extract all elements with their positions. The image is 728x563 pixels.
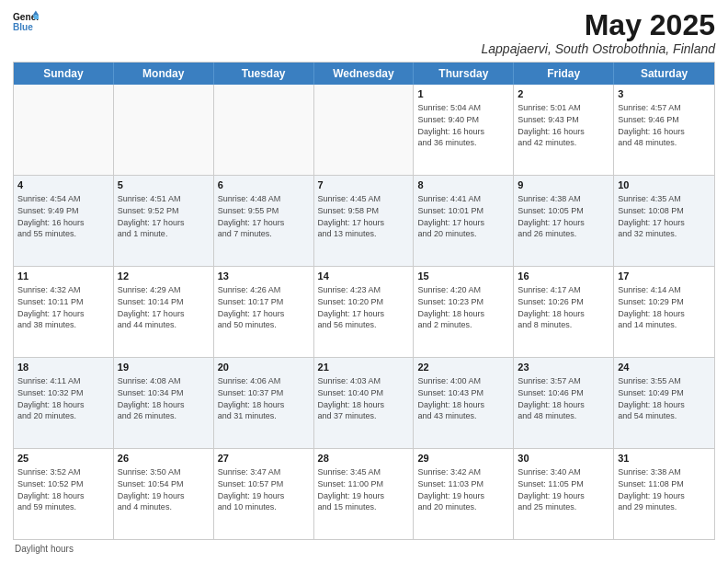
day-number: 12 <box>118 270 210 283</box>
day-cell-11: 11Sunrise: 4:32 AM Sunset: 10:11 PM Dayl… <box>14 267 114 357</box>
cell-info: Sunrise: 3:40 AM Sunset: 11:05 PM Daylig… <box>518 467 585 511</box>
month-year-title: May 2025 <box>482 9 716 41</box>
day-cell-22: 22Sunrise: 4:00 AM Sunset: 10:43 PM Dayl… <box>414 358 514 448</box>
empty-cell <box>214 85 314 175</box>
day-number: 24 <box>618 361 711 374</box>
day-cell-31: 31Sunrise: 3:38 AM Sunset: 11:08 PM Dayl… <box>614 449 714 539</box>
calendar-header-row: SundayMondayTuesdayWednesdayThursdayFrid… <box>14 63 714 85</box>
day-number: 11 <box>17 270 109 283</box>
cell-info: Sunrise: 4:26 AM Sunset: 10:17 PM Daylig… <box>218 285 285 329</box>
week-row-4: 18Sunrise: 4:11 AM Sunset: 10:32 PM Dayl… <box>14 358 714 449</box>
header: General Blue May 2025 Lappajaervi, South… <box>13 9 715 56</box>
weekday-header-wednesday: Wednesday <box>314 63 415 85</box>
day-number: 22 <box>417 361 509 374</box>
cell-info: Sunrise: 4:29 AM Sunset: 10:14 PM Daylig… <box>118 285 185 329</box>
day-number: 5 <box>118 178 210 192</box>
day-cell-29: 29Sunrise: 3:42 AM Sunset: 11:03 PM Dayl… <box>414 449 514 539</box>
cell-info: Sunrise: 4:54 AM Sunset: 9:49 PM Dayligh… <box>17 194 85 238</box>
day-number: 23 <box>518 361 609 374</box>
week-row-5: 25Sunrise: 3:52 AM Sunset: 10:52 PM Dayl… <box>14 449 714 539</box>
cell-info: Sunrise: 4:38 AM Sunset: 10:05 PM Daylig… <box>518 194 585 238</box>
day-number: 28 <box>318 452 410 465</box>
day-cell-8: 8Sunrise: 4:41 AM Sunset: 10:01 PM Dayli… <box>414 176 514 266</box>
day-cell-4: 4Sunrise: 4:54 AM Sunset: 9:49 PM Daylig… <box>14 176 114 266</box>
day-cell-23: 23Sunrise: 3:57 AM Sunset: 10:46 PM Dayl… <box>514 358 614 448</box>
day-cell-26: 26Sunrise: 3:50 AM Sunset: 10:54 PM Dayl… <box>114 449 214 539</box>
cell-info: Sunrise: 4:57 AM Sunset: 9:46 PM Dayligh… <box>618 103 685 147</box>
cell-info: Sunrise: 4:51 AM Sunset: 9:52 PM Dayligh… <box>118 194 185 238</box>
day-number: 16 <box>518 270 609 283</box>
day-number: 26 <box>118 452 210 465</box>
cell-info: Sunrise: 3:45 AM Sunset: 11:00 PM Daylig… <box>318 467 385 511</box>
day-number: 18 <box>17 361 109 374</box>
day-number: 19 <box>118 361 210 374</box>
day-cell-27: 27Sunrise: 3:47 AM Sunset: 10:57 PM Dayl… <box>214 449 314 539</box>
logo-icon: General Blue <box>13 9 39 35</box>
day-number: 3 <box>618 87 711 101</box>
location-subtitle: Lappajaervi, South Ostrobothnia, Finland <box>482 41 716 56</box>
weekday-header-tuesday: Tuesday <box>214 63 314 85</box>
day-cell-20: 20Sunrise: 4:06 AM Sunset: 10:37 PM Dayl… <box>214 358 314 448</box>
weekday-header-friday: Friday <box>514 63 614 85</box>
day-cell-21: 21Sunrise: 4:03 AM Sunset: 10:40 PM Dayl… <box>314 358 415 448</box>
day-number: 29 <box>417 452 509 465</box>
day-cell-19: 19Sunrise: 4:08 AM Sunset: 10:34 PM Dayl… <box>114 358 214 448</box>
day-number: 1 <box>417 87 509 101</box>
day-cell-14: 14Sunrise: 4:23 AM Sunset: 10:20 PM Dayl… <box>314 267 415 357</box>
day-cell-15: 15Sunrise: 4:20 AM Sunset: 10:23 PM Dayl… <box>414 267 514 357</box>
day-cell-1: 1Sunrise: 5:04 AM Sunset: 9:40 PM Daylig… <box>414 85 514 175</box>
week-row-2: 4Sunrise: 4:54 AM Sunset: 9:49 PM Daylig… <box>14 176 714 267</box>
day-cell-17: 17Sunrise: 4:14 AM Sunset: 10:29 PM Dayl… <box>614 267 714 357</box>
day-cell-18: 18Sunrise: 4:11 AM Sunset: 10:32 PM Dayl… <box>14 358 114 448</box>
page: General Blue May 2025 Lappajaervi, South… <box>0 0 728 563</box>
day-cell-28: 28Sunrise: 3:45 AM Sunset: 11:00 PM Dayl… <box>314 449 415 539</box>
cell-info: Sunrise: 4:23 AM Sunset: 10:20 PM Daylig… <box>318 285 385 329</box>
footer-note: Daylight hours <box>13 544 715 554</box>
day-number: 2 <box>518 87 609 101</box>
cell-info: Sunrise: 4:06 AM Sunset: 10:37 PM Daylig… <box>218 376 285 420</box>
day-cell-13: 13Sunrise: 4:26 AM Sunset: 10:17 PM Dayl… <box>214 267 314 357</box>
day-cell-6: 6Sunrise: 4:48 AM Sunset: 9:55 PM Daylig… <box>214 176 314 266</box>
day-cell-24: 24Sunrise: 3:55 AM Sunset: 10:49 PM Dayl… <box>614 358 714 448</box>
cell-info: Sunrise: 3:38 AM Sunset: 11:08 PM Daylig… <box>618 467 685 511</box>
cell-info: Sunrise: 4:11 AM Sunset: 10:32 PM Daylig… <box>17 376 85 420</box>
cell-info: Sunrise: 4:08 AM Sunset: 10:34 PM Daylig… <box>118 376 185 420</box>
empty-cell <box>14 85 114 175</box>
cell-info: Sunrise: 3:42 AM Sunset: 11:03 PM Daylig… <box>417 467 484 511</box>
day-number: 10 <box>618 178 711 192</box>
cell-info: Sunrise: 3:52 AM Sunset: 10:52 PM Daylig… <box>17 467 85 511</box>
day-cell-16: 16Sunrise: 4:17 AM Sunset: 10:26 PM Dayl… <box>514 267 614 357</box>
day-number: 25 <box>17 452 109 465</box>
day-number: 4 <box>17 178 109 192</box>
day-number: 13 <box>218 270 310 283</box>
cell-info: Sunrise: 4:03 AM Sunset: 10:40 PM Daylig… <box>318 376 385 420</box>
day-number: 15 <box>417 270 509 283</box>
day-number: 14 <box>318 270 410 283</box>
cell-info: Sunrise: 5:04 AM Sunset: 9:40 PM Dayligh… <box>417 103 484 147</box>
week-row-3: 11Sunrise: 4:32 AM Sunset: 10:11 PM Dayl… <box>14 267 714 358</box>
cell-info: Sunrise: 4:32 AM Sunset: 10:11 PM Daylig… <box>17 285 85 329</box>
day-cell-10: 10Sunrise: 4:35 AM Sunset: 10:08 PM Dayl… <box>614 176 714 266</box>
day-cell-3: 3Sunrise: 4:57 AM Sunset: 9:46 PM Daylig… <box>614 85 714 175</box>
weekday-header-thursday: Thursday <box>414 63 514 85</box>
day-cell-12: 12Sunrise: 4:29 AM Sunset: 10:14 PM Dayl… <box>114 267 214 357</box>
day-cell-9: 9Sunrise: 4:38 AM Sunset: 10:05 PM Dayli… <box>514 176 614 266</box>
cell-info: Sunrise: 3:57 AM Sunset: 10:46 PM Daylig… <box>518 376 585 420</box>
day-cell-2: 2Sunrise: 5:01 AM Sunset: 9:43 PM Daylig… <box>514 85 614 175</box>
day-cell-25: 25Sunrise: 3:52 AM Sunset: 10:52 PM Dayl… <box>14 449 114 539</box>
day-number: 7 <box>318 178 410 192</box>
day-number: 6 <box>218 178 310 192</box>
day-number: 17 <box>618 270 711 283</box>
day-number: 31 <box>618 452 711 465</box>
weekday-header-saturday: Saturday <box>614 63 714 85</box>
calendar: SundayMondayTuesdayWednesdayThursdayFrid… <box>13 62 715 540</box>
day-number: 30 <box>518 452 609 465</box>
title-area: May 2025 Lappajaervi, South Ostrobothnia… <box>482 9 716 56</box>
cell-info: Sunrise: 4:48 AM Sunset: 9:55 PM Dayligh… <box>218 194 285 238</box>
footer-text: Daylight hours <box>15 544 74 554</box>
cell-info: Sunrise: 4:00 AM Sunset: 10:43 PM Daylig… <box>417 376 484 420</box>
day-cell-5: 5Sunrise: 4:51 AM Sunset: 9:52 PM Daylig… <box>114 176 214 266</box>
logo: General Blue <box>13 9 39 35</box>
cell-info: Sunrise: 4:20 AM Sunset: 10:23 PM Daylig… <box>417 285 484 329</box>
svg-text:Blue: Blue <box>13 22 33 32</box>
